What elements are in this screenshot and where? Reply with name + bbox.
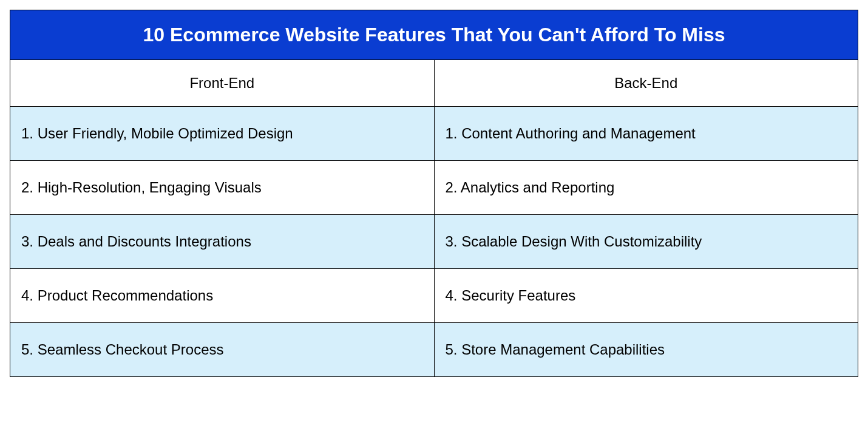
table-row: 5. Seamless Checkout Process 5. Store Ma… [10,323,858,376]
frontend-cell: 2. High-Resolution, Engaging Visuals [10,161,435,214]
backend-cell: 5. Store Management Capabilities [435,323,858,376]
frontend-cell: 3. Deals and Discounts Integrations [10,215,435,268]
frontend-cell: 5. Seamless Checkout Process [10,323,435,376]
cell-text: 4. Product Recommendations [21,287,213,304]
cell-text: 3. Scalable Design With Customizability [446,233,702,250]
cell-text: 1. User Friendly, Mobile Optimized Desig… [21,125,293,141]
table-title-row: 10 Ecommerce Website Features That You C… [10,10,858,60]
cell-text: 3. Deals and Discounts Integrations [21,233,251,250]
column-header-backend: Back-End [435,60,858,106]
cell-text: 5. Seamless Checkout Process [21,341,223,358]
cell-text: 5. Store Management Capabilities [446,341,665,358]
table-title: 10 Ecommerce Website Features That You C… [143,24,725,46]
cell-text: 4. Security Features [446,287,576,304]
frontend-cell: 1. User Friendly, Mobile Optimized Desig… [10,107,435,160]
table-row: 3. Deals and Discounts Integrations 3. S… [10,215,858,269]
backend-cell: 4. Security Features [435,269,858,322]
table-row: 4. Product Recommendations 4. Security F… [10,269,858,323]
column-header-frontend: Front-End [10,60,435,106]
frontend-cell: 4. Product Recommendations [10,269,435,322]
column-header-label: Front-End [189,75,254,91]
backend-cell: 1. Content Authoring and Management [435,107,858,160]
column-header-label: Back-End [614,75,677,91]
table-header-row: Front-End Back-End [10,60,858,107]
cell-text: 2. Analytics and Reporting [446,179,615,195]
features-table: 10 Ecommerce Website Features That You C… [10,10,858,377]
cell-text: 1. Content Authoring and Management [446,125,696,141]
backend-cell: 2. Analytics and Reporting [435,161,858,214]
table-row: 2. High-Resolution, Engaging Visuals 2. … [10,161,858,215]
cell-text: 2. High-Resolution, Engaging Visuals [21,179,262,195]
backend-cell: 3. Scalable Design With Customizability [435,215,858,268]
table-row: 1. User Friendly, Mobile Optimized Desig… [10,107,858,161]
